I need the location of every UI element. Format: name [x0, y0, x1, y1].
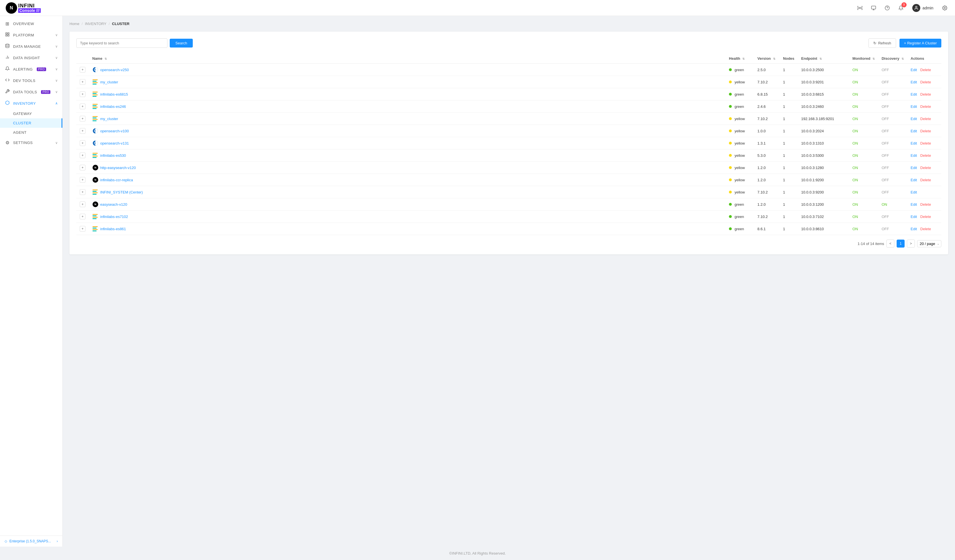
edit-action-link[interactable]: Edit	[911, 153, 917, 158]
delete-action-link[interactable]: Delete	[920, 92, 931, 97]
edit-action-link[interactable]: Edit	[911, 202, 917, 207]
cluster-type-icon	[92, 91, 99, 97]
cluster-name-link[interactable]: opensearch-v250	[92, 67, 722, 73]
row-expand-button[interactable]: +	[80, 226, 85, 232]
sidebar-item-settings[interactable]: ⚙ SETTINGS ∨	[0, 137, 63, 148]
sidebar-item-data-insight[interactable]: DATA INSIGHT ∨	[0, 52, 63, 64]
cluster-name-link[interactable]: N infinilabs-ccr-replica	[92, 177, 722, 183]
row-endpoint-cell: 10.0.0.3:9200	[798, 186, 849, 198]
edit-action-link[interactable]: Edit	[911, 105, 917, 109]
health-dot	[729, 154, 732, 157]
col-name-header[interactable]: Name ⇅	[89, 53, 725, 64]
row-expand-button[interactable]: +	[80, 189, 85, 195]
delete-action-link[interactable]: Delete	[920, 165, 931, 170]
notification-icon-button[interactable]: 9	[896, 3, 905, 12]
monitor-icon-button[interactable]	[869, 3, 878, 12]
cluster-name-link[interactable]: opensearch-v100	[92, 128, 722, 134]
row-expand-button[interactable]: +	[80, 201, 85, 207]
row-name-cell: N http-easysearch-v120	[89, 162, 725, 174]
admin-menu[interactable]: admin	[910, 3, 936, 13]
per-page-select[interactable]: 10 / page 20 / page 50 / page	[917, 240, 941, 247]
delete-action-link[interactable]: Delete	[920, 141, 931, 145]
col-health-header[interactable]: Health ⇅	[725, 53, 754, 64]
row-expand-cell: +	[76, 162, 89, 174]
pagination-page-1-button[interactable]: 1	[897, 240, 905, 248]
row-expand-button[interactable]: +	[80, 153, 85, 158]
edit-action-link[interactable]: Edit	[911, 190, 917, 194]
register-cluster-button[interactable]: + Register A Cluster	[899, 39, 941, 48]
delete-action-link[interactable]: Delete	[920, 117, 931, 121]
row-actions-cell: Edit Delete	[907, 76, 941, 88]
search-input[interactable]	[76, 38, 168, 48]
delete-action-link[interactable]: Delete	[920, 202, 931, 207]
row-monitored-cell: ON	[849, 100, 878, 113]
row-expand-button[interactable]: +	[80, 128, 85, 134]
sidebar-item-overview[interactable]: ⊞ OVERVIEW	[0, 18, 63, 29]
cluster-name-link[interactable]: N http-easysearch-v120	[92, 164, 722, 171]
sidebar-footer[interactable]: ◇ Enterprise (1.5.0_SNAPS... ›	[0, 535, 63, 547]
delete-action-link[interactable]: Delete	[920, 80, 931, 84]
edit-action-link[interactable]: Edit	[911, 215, 917, 219]
row-expand-button[interactable]: +	[80, 91, 85, 97]
sidebar-sub-item-gateway[interactable]: GATEWAY	[0, 109, 63, 119]
footer-arrow-icon: ›	[57, 539, 58, 543]
sidebar-item-alerting[interactable]: ALERTING Pro ∨	[0, 64, 63, 75]
edit-action-link[interactable]: Edit	[911, 92, 917, 97]
cluster-name-link[interactable]: opensearch-v131	[92, 140, 722, 146]
edit-action-link[interactable]: Edit	[911, 227, 917, 231]
cluster-name-link[interactable]: infinilabs-es861	[92, 226, 722, 232]
col-discovery-header[interactable]: Discovery ⇅	[878, 53, 907, 64]
cluster-name-link[interactable]: my_cluster	[92, 115, 722, 122]
delete-action-link[interactable]: Delete	[920, 178, 931, 182]
col-version-header[interactable]: Version ⇅	[754, 53, 780, 64]
row-expand-button[interactable]: +	[80, 165, 85, 170]
edit-action-link[interactable]: Edit	[911, 117, 917, 121]
search-button[interactable]: Search	[170, 39, 193, 48]
breadcrumb-home[interactable]: Home	[69, 22, 80, 26]
row-expand-cell: +	[76, 88, 89, 100]
delete-action-link[interactable]: Delete	[920, 68, 931, 72]
delete-action-link[interactable]: Delete	[920, 129, 931, 133]
cluster-name-link[interactable]: infinilabs-es6815	[92, 91, 722, 97]
delete-action-link[interactable]: Delete	[920, 153, 931, 158]
row-expand-button[interactable]: +	[80, 104, 85, 109]
pagination-prev-button[interactable]: <	[886, 240, 894, 248]
help-icon-button[interactable]	[883, 3, 892, 12]
row-expand-button[interactable]: +	[80, 177, 85, 183]
breadcrumb-inventory[interactable]: INVENTORY	[85, 22, 106, 26]
cluster-name-link[interactable]: N easyseach-v120	[92, 201, 722, 207]
sidebar-sub-item-agent[interactable]: AGENT	[0, 128, 63, 137]
row-expand-button[interactable]: +	[80, 79, 85, 85]
row-expand-button[interactable]: +	[80, 67, 85, 73]
edit-action-link[interactable]: Edit	[911, 178, 917, 182]
edit-action-link[interactable]: Edit	[911, 129, 917, 133]
sidebar-item-dev-tools[interactable]: DEV TOOLS ∨	[0, 75, 63, 86]
sidebar-item-inventory[interactable]: INVENTORY ∧	[0, 98, 63, 109]
delete-action-link[interactable]: Delete	[920, 227, 931, 231]
row-expand-button[interactable]: +	[80, 214, 85, 219]
edit-action-link[interactable]: Edit	[911, 68, 917, 72]
delete-action-link[interactable]: Delete	[920, 105, 931, 109]
pagination-next-button[interactable]: >	[907, 240, 915, 248]
edit-action-link[interactable]: Edit	[911, 165, 917, 170]
sidebar-item-data-manage[interactable]: DATA MANAGE ∨	[0, 41, 63, 52]
col-monitored-header[interactable]: Monitored ⇅	[849, 53, 878, 64]
row-expand-button[interactable]: +	[80, 140, 85, 146]
row-expand-button[interactable]: +	[80, 116, 85, 122]
cluster-name-link[interactable]: infinilabs-es530	[92, 152, 722, 159]
row-actions-cell: Edit Delete	[907, 162, 941, 174]
cluster-name-link[interactable]: my_cluster	[92, 79, 722, 85]
cluster-name-link[interactable]: infinilabs-es7102	[92, 214, 722, 220]
refresh-button[interactable]: ↻ Refresh	[869, 38, 896, 48]
col-endpoint-header[interactable]: Endpoint ⇅	[798, 53, 849, 64]
sidebar-sub-item-cluster[interactable]: CLUSTER	[0, 119, 63, 128]
sidebar-item-platform[interactable]: PLATFORM ∨	[0, 29, 63, 41]
broadcast-icon-button[interactable]	[855, 3, 864, 12]
cluster-name-link[interactable]: infinilabs-es246	[92, 103, 722, 109]
delete-action-link[interactable]: Delete	[920, 215, 931, 219]
edit-action-link[interactable]: Edit	[911, 141, 917, 145]
edit-action-link[interactable]: Edit	[911, 80, 917, 84]
cluster-name-link[interactable]: INFINI_SYSTEM (Center)	[92, 189, 722, 195]
settings-icon-button[interactable]	[940, 3, 949, 12]
sidebar-item-data-tools[interactable]: DATA TOOLS Pro ∨	[0, 86, 63, 98]
